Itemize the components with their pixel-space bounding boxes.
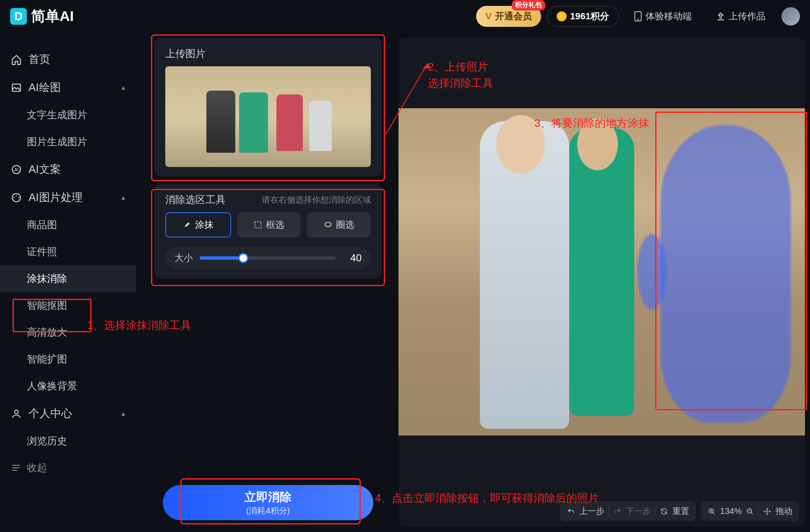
nav-cutout[interactable]: 智能抠图 — [0, 292, 136, 319]
reset-button[interactable]: 重置 — [672, 506, 689, 517]
nav-upscale[interactable]: 高清放大 — [0, 319, 136, 346]
lasso-icon — [323, 220, 333, 229]
box-tool-button[interactable]: 框选 — [237, 212, 301, 237]
nav-home-label: 首页 — [29, 52, 50, 67]
svg-point-6 — [16, 195, 17, 196]
nav-home[interactable]: 首页 — [0, 45, 136, 73]
zoom-out-icon[interactable] — [746, 507, 754, 516]
chevron-up-icon: ▴ — [122, 193, 125, 201]
nav-idphoto[interactable]: 证件照 — [0, 238, 136, 265]
logo-letter: D — [14, 10, 23, 23]
vip-label: 开通会员 — [495, 10, 532, 23]
upload-button[interactable]: 上传作品 — [707, 6, 775, 27]
home-icon — [11, 54, 22, 65]
sidebar: 首页 AI绘图 ▴ 文字生成图片 图片生成图片 AI AI文案 AI图片处理 ▴… — [0, 33, 136, 532]
nav-ai-copy[interactable]: AI AI文案 — [0, 155, 136, 183]
redo-button[interactable]: 下一步 — [626, 506, 651, 517]
nav-ai-image-label: AI图片处理 — [29, 190, 83, 205]
svg-text:AI: AI — [14, 167, 18, 172]
upload-icon — [716, 12, 725, 21]
slider-thumb[interactable] — [238, 253, 248, 263]
vip-button[interactable]: V 开通会员 积分礼包 — [476, 6, 541, 27]
lasso-tool-button[interactable]: 圈选 — [307, 212, 371, 237]
tool-hint: 请在右侧选择你想消除的区域 — [262, 194, 371, 206]
upload-title: 上传图片 — [165, 47, 371, 60]
box-icon — [253, 220, 263, 229]
zoom-in-icon[interactable] — [708, 507, 716, 516]
thumbnail[interactable] — [165, 66, 371, 167]
svg-rect-10 — [255, 222, 261, 228]
vip-icon: V — [485, 11, 492, 22]
coin-icon — [557, 11, 567, 21]
size-slider-row: 大小 40 — [165, 247, 371, 269]
logo-text: 简单AI — [31, 7, 74, 26]
lasso-label: 圈选 — [336, 219, 354, 231]
brush-label: 涂抹 — [195, 219, 214, 231]
zoom-controls: 134% 拖动 — [701, 501, 799, 521]
drag-button[interactable]: 拖动 — [776, 506, 792, 517]
canvas: 上一步 下一步 重置 134% 拖动 — [398, 38, 805, 527]
mask-overlay — [661, 125, 791, 423]
redo-icon[interactable] — [613, 507, 622, 516]
logo[interactable]: D 简单AI — [10, 7, 74, 26]
user-icon — [11, 408, 22, 419]
tool-title: 消除选区工具 — [165, 193, 226, 206]
action-title: 立即消除 — [245, 489, 292, 505]
zoom-level: 134% — [720, 506, 742, 516]
nav-profile-label: 个人中心 — [29, 406, 72, 421]
logo-icon: D — [10, 8, 27, 25]
action-sub: (消耗4积分) — [246, 505, 290, 516]
nav-ai-draw[interactable]: AI绘图 ▴ — [0, 73, 136, 102]
points-label: 1961积分 — [570, 10, 609, 23]
canvas-image[interactable] — [398, 108, 805, 436]
undo-button[interactable]: 上一步 — [579, 506, 604, 517]
svg-point-8 — [13, 197, 15, 198]
nav-history[interactable]: 浏览历史 — [0, 428, 136, 454]
nav-text2img[interactable]: 文字生成图片 — [0, 102, 136, 128]
ai-copy-icon: AI — [11, 164, 22, 175]
upload-card: 上传图片 — [154, 38, 382, 176]
undo-icon[interactable] — [567, 507, 575, 516]
size-label: 大小 — [175, 252, 193, 264]
header: D 简单AI V 开通会员 积分礼包 1961积分 体验移动端 上传作品 — [0, 0, 810, 33]
nav-ai-draw-label: AI绘图 — [29, 80, 61, 95]
nav-product[interactable]: 商品图 — [0, 211, 136, 238]
avatar[interactable] — [781, 7, 800, 26]
history-controls: 上一步 下一步 重置 — [560, 501, 696, 521]
nav-ai-copy-label: AI文案 — [29, 162, 61, 177]
brush-icon — [182, 220, 192, 229]
svg-rect-1 — [637, 19, 639, 20]
chevron-up-icon: ▴ — [122, 83, 125, 91]
reset-icon[interactable] — [660, 507, 668, 516]
nav-profile[interactable]: 个人中心 ▴ — [0, 399, 136, 428]
svg-point-7 — [18, 197, 19, 198]
selection-card: 消除选区工具 请在右侧选择你想消除的区域 涂抹 框选 圈选 大小 40 — [154, 184, 382, 279]
mobile-button[interactable]: 体验移动端 — [625, 6, 701, 27]
box-label: 框选 — [266, 219, 284, 231]
svg-point-11 — [325, 222, 331, 227]
drag-icon[interactable] — [763, 507, 771, 516]
mobile-label: 体验移动端 — [646, 10, 692, 23]
size-slider[interactable] — [200, 256, 336, 260]
nav-bgswap[interactable]: 人像换背景 — [0, 373, 136, 399]
nav-collapse[interactable]: 收起 — [0, 454, 136, 481]
collapse-label: 收起 — [27, 461, 47, 475]
canvas-toolbar: 上一步 下一步 重置 134% 拖动 — [560, 501, 799, 521]
brush-tool-button[interactable]: 涂抹 — [165, 212, 231, 237]
chevron-up-icon: ▴ — [122, 409, 125, 417]
erase-now-button[interactable]: 立即消除 (消耗4积分) — [163, 485, 373, 520]
phone-icon — [634, 11, 642, 21]
nav-img2img[interactable]: 图片生成图片 — [0, 128, 136, 155]
svg-point-5 — [12, 193, 21, 202]
size-value: 40 — [342, 252, 362, 264]
mask-overlay-bump — [637, 234, 667, 310]
tool-panel: 上传图片 消除选区工具 请在右侧选择你想消除的区域 涂抹 框选 圈选 — [154, 38, 382, 286]
nav-erase[interactable]: 涂抹消除 — [0, 265, 136, 292]
points-button[interactable]: 1961积分 — [547, 6, 619, 27]
upload-label: 上传作品 — [729, 10, 766, 23]
nav-ai-image[interactable]: AI图片处理 ▴ — [0, 183, 136, 211]
palette-icon — [11, 192, 22, 203]
svg-point-9 — [15, 410, 18, 414]
nav-expand[interactable]: 智能扩图 — [0, 346, 136, 373]
vip-badge: 积分礼包 — [512, 0, 545, 10]
